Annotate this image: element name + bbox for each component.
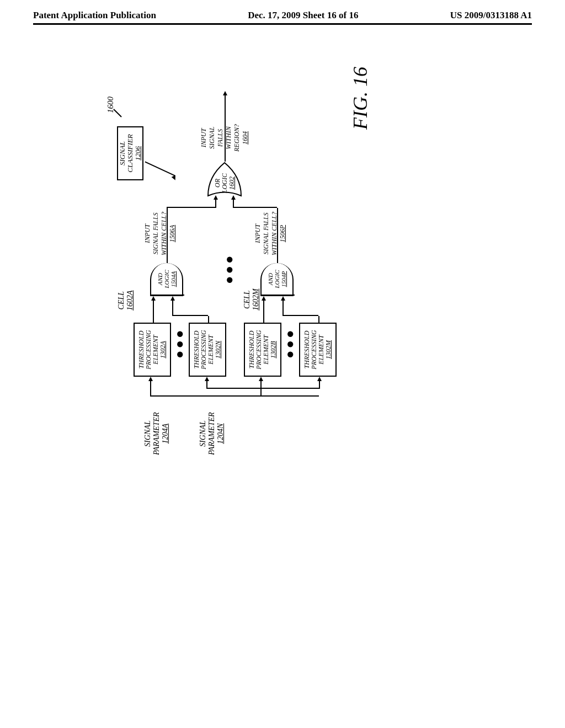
or-gate-1602: OR LOGIC 1602 xyxy=(205,160,244,199)
cell-a-label: CELL 1602A xyxy=(117,290,135,311)
header-right: US 2009/0313188 A1 xyxy=(450,10,532,21)
ellipsis-icon: ●●● xyxy=(282,328,297,359)
ellipsis-icon: ●●● xyxy=(222,254,237,285)
and-gate-1504p: AND LOGIC 1504P xyxy=(260,263,294,296)
cell-m-label: CELL 1602M xyxy=(243,288,260,311)
signal-falls-cell-a: INPUT SIGNAL FALLS WITHIN CELL? 1506A xyxy=(143,212,177,255)
figure-diagram: SIGNAL PARAMETER 1204A SIGNAL PARAMETER … xyxy=(84,52,481,438)
ellipsis-icon: ●●● xyxy=(172,328,187,359)
wire xyxy=(260,381,262,397)
wire xyxy=(318,316,319,323)
figure-caption: FIG. 16 xyxy=(349,67,372,130)
signal-classifier-box: SIGNAL CLASSIFIER 1206 xyxy=(117,126,143,180)
header-rule xyxy=(33,23,532,25)
arrowhead-icon xyxy=(172,175,178,181)
wire xyxy=(233,200,234,208)
ref-tick xyxy=(113,109,122,117)
wire xyxy=(282,315,318,316)
wire xyxy=(206,381,207,389)
wire xyxy=(208,316,209,323)
header-left: Patent Application Publication xyxy=(33,10,156,21)
wire xyxy=(153,301,154,323)
wire xyxy=(150,395,319,397)
signal-falls-cell-p: INPUT SIGNAL FALLS WITHIN CELL? 1506P xyxy=(254,212,287,255)
wire xyxy=(282,301,284,316)
wire xyxy=(167,208,168,263)
signal-parameter-n-label: SIGNAL PARAMETER 1204N xyxy=(199,412,225,455)
output-label-1604: INPUT SIGNAL FALLS WITHIN REGION? 1604 xyxy=(200,124,249,152)
wire xyxy=(150,381,151,397)
wire xyxy=(277,208,278,263)
wire xyxy=(319,381,320,389)
wire xyxy=(167,207,216,208)
wire xyxy=(206,388,320,389)
threshold-box-1302a: THRESHOLD PROCESSING ELEMENT 1302A xyxy=(134,323,171,377)
threshold-box-1302b: THRESHOLD PROCESSING ELEMENT 1302B xyxy=(244,323,281,377)
signal-parameter-a-label: SIGNAL PARAMETER 1204A xyxy=(143,412,170,455)
threshold-box-1302n: THRESHOLD PROCESSING ELEMENT 1302N xyxy=(189,323,226,377)
wire xyxy=(145,161,175,176)
page-header: Patent Application Publication Dec. 17, … xyxy=(0,0,565,23)
wire xyxy=(172,301,173,316)
and-gate-1504a: AND LOGIC 1504A xyxy=(150,263,183,296)
wire xyxy=(233,207,277,208)
threshold-box-1302m: THRESHOLD PROCESSING ELEMENT 1302M xyxy=(299,323,337,377)
header-center: Dec. 17, 2009 Sheet 16 of 16 xyxy=(248,10,358,21)
wire xyxy=(215,200,216,208)
wire xyxy=(263,301,264,323)
wire xyxy=(172,315,208,316)
